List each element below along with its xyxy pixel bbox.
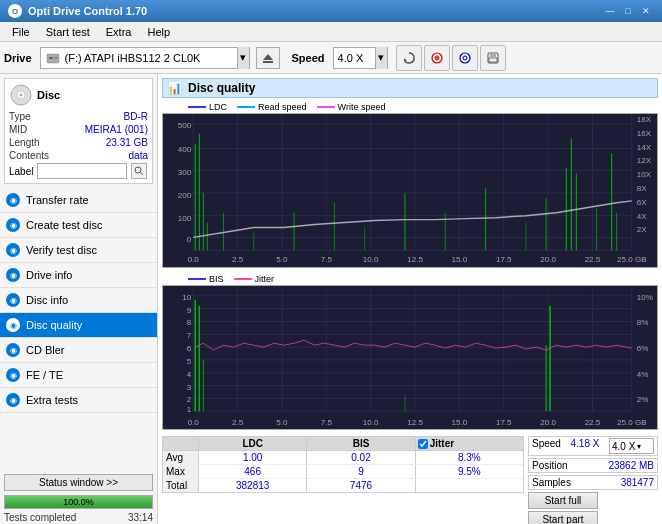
refresh-button[interactable]	[396, 45, 422, 71]
svg-text:15.0: 15.0	[452, 255, 468, 264]
chart-header: 📊 Disc quality	[162, 78, 658, 98]
speed-selector[interactable]: 4.0 X ▾	[333, 47, 388, 69]
stats-table: LDC BIS Jitter Avg 1.00 0.02 8.3%	[162, 436, 524, 493]
disc-icon	[430, 51, 444, 65]
svg-marker-5	[404, 58, 407, 61]
nav-fe-te-label: FE / TE	[26, 369, 63, 381]
menu-extra[interactable]: Extra	[98, 24, 140, 40]
svg-rect-1	[49, 57, 53, 59]
svg-point-17	[135, 167, 141, 173]
nav-verify-test[interactable]: ◉ Verify test disc	[0, 238, 157, 263]
nav-drive-info[interactable]: ◉ Drive info	[0, 263, 157, 288]
nav-disc-quality[interactable]: ◉ Disc quality	[0, 313, 157, 338]
close-button[interactable]: ✕	[638, 4, 654, 18]
svg-line-18	[141, 173, 144, 176]
save-button[interactable]	[480, 45, 506, 71]
fe-te-icon: ◉	[6, 368, 20, 382]
svg-text:3: 3	[187, 383, 192, 392]
nav-verify-test-label: Verify test disc	[26, 244, 97, 256]
svg-text:22.5: 22.5	[585, 255, 601, 264]
chart-title: Disc quality	[188, 81, 255, 95]
menu-bar: File Start test Extra Help	[0, 22, 662, 42]
length-value: 23.31 GB	[106, 137, 148, 148]
label-search-button[interactable]	[131, 163, 147, 179]
start-full-button[interactable]: Start full	[528, 492, 598, 509]
svg-marker-3	[263, 54, 273, 60]
nav-create-test[interactable]: ◉ Create test disc	[0, 213, 157, 238]
nav-fe-te[interactable]: ◉ FE / TE	[0, 363, 157, 388]
drive-label: Drive	[4, 52, 32, 64]
max-ldc: 466	[199, 465, 307, 478]
status-window-button[interactable]: Status window >>	[4, 474, 153, 491]
svg-text:5: 5	[187, 357, 192, 366]
svg-rect-19	[163, 114, 657, 267]
menu-help[interactable]: Help	[139, 24, 178, 40]
svg-text:14X: 14X	[637, 143, 652, 152]
upper-chart: 500 400 300 200 100 0 18X 16X 14X 12X 10…	[162, 113, 658, 268]
start-part-button[interactable]: Start part	[528, 511, 598, 524]
svg-text:7.5: 7.5	[321, 255, 333, 264]
label-input[interactable]	[37, 163, 127, 179]
speed-info-value: 4.18 X	[571, 438, 600, 454]
svg-text:6X: 6X	[637, 198, 648, 207]
disc2-button[interactable]	[452, 45, 478, 71]
title-bar: O Opti Drive Control 1.70 — □ ✕	[0, 0, 662, 22]
drive-icon	[45, 50, 61, 66]
svg-text:16X: 16X	[637, 129, 652, 138]
refresh-icon	[402, 51, 416, 65]
menu-file[interactable]: File	[4, 24, 38, 40]
drive-selector[interactable]: (F:) ATAPI iHBS112 2 CL0K ▾	[40, 47, 250, 69]
svg-rect-84	[163, 286, 657, 429]
samples-row: Samples 381477	[528, 475, 658, 490]
svg-text:12X: 12X	[637, 156, 652, 165]
mid-value: MEIRA1 (001)	[85, 124, 148, 135]
svg-text:7: 7	[187, 331, 192, 340]
type-label: Type	[9, 111, 31, 122]
speed-select[interactable]: 4.0 X ▾	[609, 438, 654, 454]
svg-text:400: 400	[178, 146, 192, 155]
avg-jitter: 8.3%	[416, 451, 523, 464]
nav-transfer-rate[interactable]: ◉ Transfer rate	[0, 188, 157, 213]
samples-label: Samples	[532, 477, 571, 488]
maximize-button[interactable]: □	[620, 4, 636, 18]
svg-rect-12	[490, 53, 496, 57]
speed-info-label: Speed	[532, 438, 561, 454]
svg-text:8: 8	[187, 319, 192, 328]
svg-text:12.5: 12.5	[407, 255, 423, 264]
right-panel: Speed 4.18 X 4.0 X ▾ Position 23862 MB S…	[528, 436, 658, 524]
stats-col-ldc: LDC	[199, 437, 307, 450]
svg-text:22.5: 22.5	[585, 418, 601, 427]
total-jitter	[416, 479, 523, 492]
label-label: Label	[9, 166, 33, 177]
svg-text:17.5: 17.5	[496, 418, 512, 427]
disc-button[interactable]	[424, 45, 450, 71]
speed-dropdown[interactable]: ▾	[375, 47, 387, 69]
drive-dropdown[interactable]: ▾	[237, 47, 249, 69]
jitter-checkbox[interactable]	[418, 439, 428, 449]
create-test-icon: ◉	[6, 218, 20, 232]
svg-rect-4	[263, 61, 273, 63]
svg-text:1: 1	[187, 405, 192, 414]
disc-panel: Disc Type BD-R MID MEIRA1 (001) Length 2…	[4, 78, 153, 184]
svg-text:2.5: 2.5	[232, 255, 244, 264]
upper-chart-svg: 500 400 300 200 100 0 18X 16X 14X 12X 10…	[163, 114, 657, 267]
minimize-button[interactable]: —	[602, 4, 618, 18]
svg-text:4: 4	[187, 370, 192, 379]
position-value: 23862 MB	[608, 460, 654, 471]
nav-disc-info[interactable]: ◉ Disc info	[0, 288, 157, 313]
stats-col-empty	[163, 437, 199, 450]
eject-button[interactable]	[256, 47, 280, 69]
menu-start-test[interactable]: Start test	[38, 24, 98, 40]
avg-ldc: 1.00	[199, 451, 307, 464]
svg-text:10X: 10X	[637, 170, 652, 179]
nav-extra-tests[interactable]: ◉ Extra tests	[0, 388, 157, 413]
svg-text:300: 300	[178, 168, 192, 177]
progress-text: 100.0%	[5, 496, 152, 508]
nav-cd-bler[interactable]: ◉ CD Bler	[0, 338, 157, 363]
svg-text:2X: 2X	[637, 226, 648, 235]
svg-text:8%: 8%	[637, 319, 649, 328]
total-ldc: 382813	[199, 479, 307, 492]
position-label: Position	[532, 460, 568, 471]
svg-text:25.0 GB: 25.0 GB	[617, 255, 647, 264]
svg-point-16	[20, 94, 23, 97]
